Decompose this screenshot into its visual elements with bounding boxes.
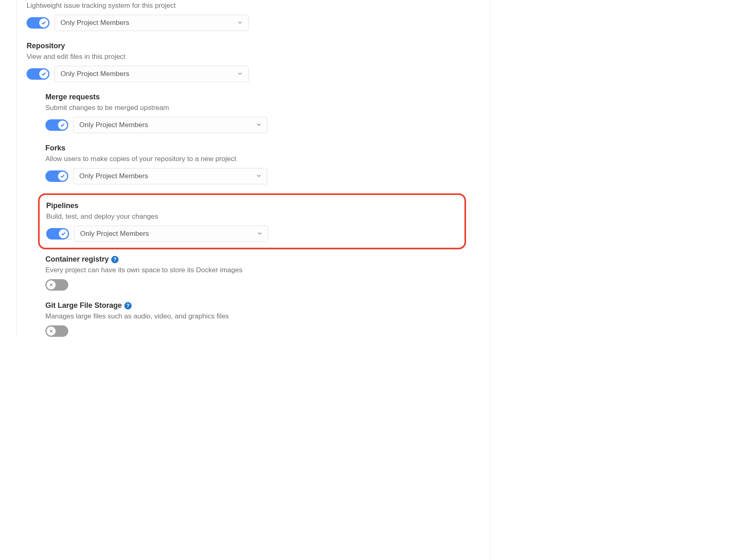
check-icon — [59, 229, 68, 238]
issues-visibility-select[interactable]: Only Project Members — [54, 15, 249, 31]
issues-section: Lightweight issue tracking system for th… — [27, 0, 474, 31]
pipelines-highlight-box: Pipelines Build, test, and deploy your c… — [38, 193, 466, 249]
help-icon[interactable]: ? — [111, 256, 119, 263]
pipelines-visibility-select[interactable]: Only Project Members — [74, 226, 268, 242]
pipelines-section: Pipelines Build, test, and deploy your c… — [46, 200, 458, 242]
repository-description: View and edit files in this project — [27, 53, 474, 61]
merge-requests-visibility-select[interactable]: Only Project Members — [73, 117, 267, 133]
pipelines-title: Pipelines — [46, 202, 458, 210]
repository-toggle[interactable] — [27, 68, 49, 80]
check-icon — [58, 172, 67, 181]
git-lfs-title: Git Large File Storage ? — [45, 301, 474, 310]
container-registry-toggle[interactable] — [45, 279, 68, 291]
git-lfs-toggle[interactable] — [45, 325, 68, 337]
chevron-down-icon — [256, 121, 261, 129]
forks-section: Forks Allow users to make copies of your… — [45, 142, 474, 184]
select-value: Only Project Members — [61, 70, 129, 78]
chevron-down-icon — [238, 19, 242, 27]
repository-title: Repository — [27, 42, 474, 50]
repository-section: Repository View and edit files in this p… — [27, 40, 474, 82]
check-icon — [39, 69, 48, 78]
git-lfs-description: Manages large files such as audio, video… — [45, 312, 474, 320]
x-icon — [47, 280, 56, 289]
container-registry-section: Container registry ? Every project can h… — [45, 253, 474, 291]
repository-visibility-select[interactable]: Only Project Members — [54, 66, 249, 82]
merge-requests-toggle[interactable] — [45, 119, 68, 131]
git-lfs-section: Git Large File Storage ? Manages large f… — [45, 300, 474, 337]
merge-requests-description: Submit changes to be merged upstream — [45, 104, 474, 112]
check-icon — [39, 18, 48, 27]
chevron-down-icon — [257, 230, 262, 238]
container-registry-description: Every project can have its own space to … — [45, 266, 474, 274]
x-icon — [47, 327, 56, 336]
select-value: Only Project Members — [61, 19, 129, 27]
chevron-down-icon — [256, 172, 261, 180]
forks-title: Forks — [45, 144, 474, 152]
forks-visibility-select[interactable]: Only Project Members — [73, 168, 267, 184]
pipelines-description: Build, test, and deploy your changes — [46, 213, 458, 221]
select-value: Only Project Members — [79, 121, 148, 129]
issues-description: Lightweight issue tracking system for th… — [27, 2, 474, 10]
help-icon[interactable]: ? — [124, 302, 132, 309]
forks-description: Allow users to make copies of your repos… — [45, 155, 474, 163]
container-registry-title: Container registry ? — [45, 255, 474, 264]
check-icon — [58, 121, 67, 130]
pipelines-toggle[interactable] — [46, 228, 69, 240]
merge-requests-title: Merge requests — [45, 93, 474, 101]
forks-toggle[interactable] — [45, 170, 68, 182]
merge-requests-section: Merge requests Submit changes to be merg… — [45, 91, 474, 133]
issues-toggle[interactable] — [27, 17, 49, 29]
select-value: Only Project Members — [80, 230, 149, 238]
select-value: Only Project Members — [79, 172, 148, 180]
chevron-down-icon — [238, 70, 242, 78]
